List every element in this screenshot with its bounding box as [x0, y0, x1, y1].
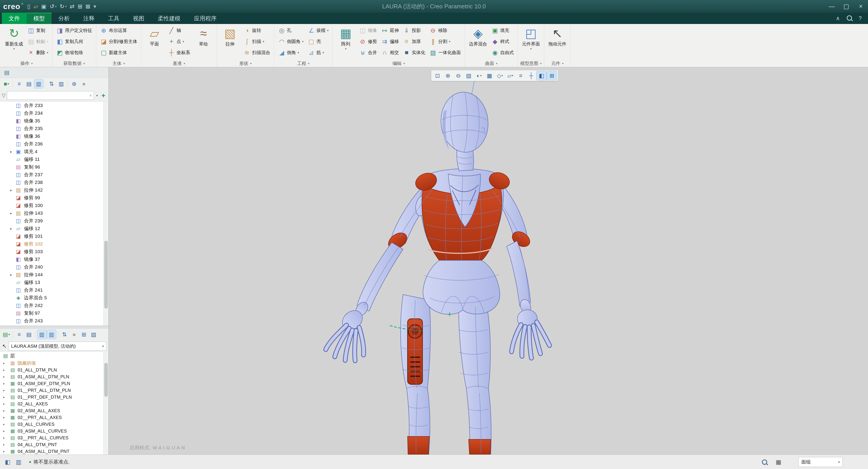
ribbon-button[interactable]: ⇉偏移 [379, 36, 400, 47]
undo-arrow[interactable]: ▾ [55, 5, 57, 8]
command-search-button[interactable] [847, 16, 852, 22]
datum-display-button[interactable]: ▱▾ [505, 71, 515, 80]
tab-模型[interactable]: 模型 [27, 13, 52, 24]
ribbon-group-label[interactable]: 元件▾ [547, 60, 568, 67]
tree-item[interactable]: ◪修剪 102 [0, 240, 108, 248]
ribbon-button[interactable]: ≡加厚 [401, 36, 427, 47]
layer-item[interactable]: ▸▤04_ALL_DTM_PNT [0, 441, 108, 448]
layer-item[interactable]: ▸▦04_ASM_ALL_DTM_PNT [0, 448, 108, 455]
ribbon-button[interactable]: ⊖移除 [428, 25, 462, 36]
refit-zoom-button[interactable]: ⊡ [433, 71, 442, 80]
tree-item[interactable]: ◧镜像 37 [0, 256, 108, 263]
ribbon-button[interactable]: ▢壳 [306, 36, 330, 47]
gallery-button[interactable]: ▦ [485, 71, 494, 80]
layer-scroll-thumb[interactable] [104, 363, 108, 397]
ribbon-button[interactable]: ↖拖动元件 [547, 25, 568, 59]
layer-item[interactable]: ▸▦02_ASM_ALL_AXES [0, 407, 108, 414]
layers-node-button[interactable]: ▤▾ [2, 330, 11, 339]
layer-item[interactable]: ▸▦03_ASM_ALL_CURVES [0, 428, 108, 434]
browser-toggle-button[interactable]: ▥ [13, 457, 24, 467]
list-columns-button[interactable]: ▥ [37, 330, 46, 339]
expand-icon[interactable]: ▸ [3, 436, 9, 440]
ribbon-group-label[interactable]: 编辑▾ [335, 60, 462, 67]
save-button[interactable]: ▣ [39, 2, 48, 11]
ribbon-group-label[interactable]: 获取数据▾ [55, 60, 94, 67]
more-button[interactable]: » [70, 330, 79, 339]
model-3d[interactable] [109, 67, 868, 455]
expand-icon[interactable]: ▸ [3, 429, 9, 433]
filter-columns-button[interactable]: ▥ [57, 79, 66, 88]
3d-box-select-button[interactable]: ◧ [536, 71, 547, 80]
list-plain-button[interactable]: ≡ [15, 330, 24, 339]
add-filter-button[interactable]: + [100, 92, 107, 99]
help-button[interactable]: ? [859, 15, 862, 22]
tree-item[interactable]: ◫合并 233 [0, 101, 108, 109]
tree-item[interactable]: ◫合并 236 [0, 140, 108, 148]
ribbon-button[interactable]: ◩收缩包络 [55, 47, 94, 58]
ribbon-group-label[interactable]: 形状▾ [219, 60, 272, 67]
expand-icon[interactable]: ▸ [3, 416, 9, 419]
ribbon-button[interactable]: ⊿筋▾ [306, 47, 330, 58]
layer-scope-combo[interactable]: LAURA.ASM (顶层模型, 活动的) ▾ [8, 342, 106, 351]
undo-button[interactable]: ↺▾ [48, 2, 58, 11]
ribbon-group-label[interactable]: 基准▾ [144, 60, 214, 67]
tree-settings-button[interactable]: ⊛ [70, 79, 79, 88]
panel-toggle-button[interactable]: ◧ [3, 457, 13, 467]
tree-item[interactable]: ◫合并 243 [0, 317, 108, 325]
tree-item[interactable]: ▸▣填充 4 [0, 148, 108, 155]
drag-handles-button[interactable]: ⊞ [547, 71, 557, 80]
ribbon-button[interactable]: ◪分割/修剪主体 [99, 36, 139, 47]
layer-item[interactable]: ▸▤01__PRT_ALL_DTM_PLN [0, 387, 108, 394]
tree-item[interactable]: ◧镜像 35 [0, 117, 108, 125]
display-style-button[interactable]: ◐▾ [474, 71, 484, 80]
model-tree-tab[interactable]: ▤ [2, 68, 11, 77]
expand-icon[interactable]: ▸ [3, 361, 9, 365]
layer-item[interactable]: ▸▤01__PRT_DEF_DTM_PLN [0, 394, 108, 401]
ribbon-button[interactable]: ⊎合并 [358, 47, 378, 58]
ribbon-button[interactable]: ▦阵列▾ [335, 25, 356, 59]
expand-icon[interactable]: ▸ [8, 227, 14, 231]
ribbon-collapse-button[interactable]: ∧ [836, 15, 840, 22]
expand-icon[interactable]: ▸ [8, 150, 14, 154]
ribbon-button[interactable]: ▢新建主体 [99, 47, 139, 58]
tree-item[interactable]: ◈边界混合 5 [0, 294, 108, 301]
tree-item[interactable]: ▤复制 97 [0, 309, 108, 317]
clear-filter-icon[interactable]: × [89, 93, 92, 98]
ribbon-button[interactable]: ◉自由式 [490, 47, 515, 58]
ribbon-button[interactable]: ▨一体化曲面 [428, 47, 462, 58]
layer-item[interactable]: ▸▤03__PRT_ALL_CURVES [0, 434, 108, 441]
ribbon-button[interactable]: ◫镜像 [358, 25, 378, 36]
ribbon-button[interactable]: ⊘修剪 [358, 36, 378, 47]
tree-item[interactable]: ◫合并 235 [0, 125, 108, 133]
ribbon-button[interactable]: ◫复制 [26, 25, 50, 36]
layer-item[interactable]: ▸▤01_ASM_ALL_DTM_PLN [0, 373, 108, 380]
list-detail-button[interactable]: ▤ [24, 330, 33, 339]
expand-icon[interactable]: ▸ [3, 382, 9, 385]
tab-应用程序[interactable]: 应用程序 [187, 13, 223, 24]
tree-item[interactable]: ◪修剪 103 [0, 248, 108, 256]
tree-item[interactable]: ▸▱偏移 12 [0, 225, 108, 232]
tab-分析[interactable]: 分析 [52, 13, 76, 24]
tree-scroll-thumb[interactable] [104, 241, 108, 309]
model-box-button[interactable]: ▦ [774, 457, 783, 467]
expand-icon[interactable]: ▸ [3, 443, 9, 446]
ribbon-button[interactable]: ▣填充 [490, 25, 515, 36]
tab-注释[interactable]: 注释 [76, 13, 101, 24]
close-button[interactable]: × [854, 0, 868, 13]
layer-item[interactable]: ▸▤03_ALL_CURVES [0, 421, 108, 428]
find-in-model-button[interactable] [760, 457, 769, 467]
expand-icon[interactable]: ▸ [3, 375, 9, 379]
ribbon-button[interactable]: ◆样式 [490, 36, 515, 47]
tree-item[interactable]: ▸▧拉伸 142 [0, 186, 108, 194]
layer-item[interactable]: ▸▦01_ASM_DEF_DTM_PLN [0, 380, 108, 387]
tree-item[interactable]: ◪修剪 100 [0, 202, 108, 209]
tab-视图[interactable]: 视图 [126, 13, 151, 24]
more-button[interactable]: » [80, 79, 88, 88]
list-plain-button[interactable]: ≡ [15, 79, 24, 88]
zoom-in-button[interactable]: ⊕ [443, 71, 453, 80]
ribbon-button[interactable]: ◧复制几何 [55, 36, 94, 47]
tree-item[interactable]: ◫合并 240 [0, 263, 108, 271]
saved-orientations-button[interactable]: ◇▾ [495, 71, 505, 80]
ribbon-button[interactable]: ⊕布尔运算 [99, 25, 139, 36]
ribbon-button[interactable]: ◢倒角▾ [277, 47, 305, 58]
